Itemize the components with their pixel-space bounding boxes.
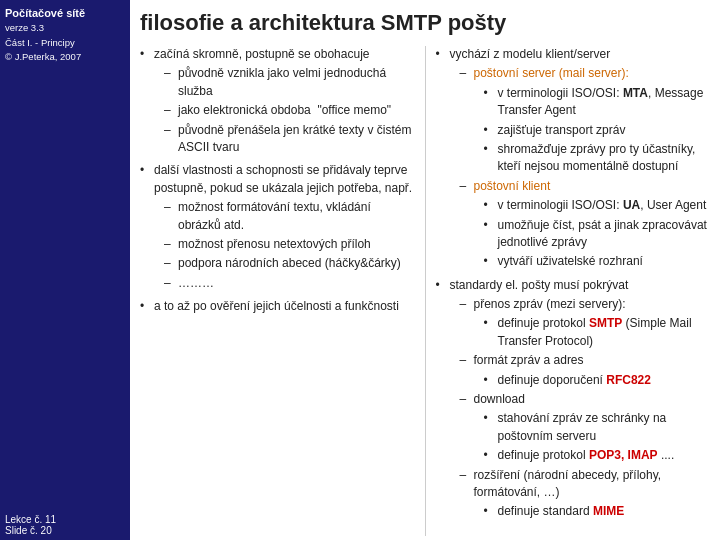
list-item: umožňuje číst, psát a jinak zpracovávat … (484, 217, 711, 252)
list-item: stahování zpráv ze schránky na poštovním… (484, 410, 711, 445)
right-column: vychází z modelu klient/server poštovní … (426, 46, 721, 536)
sub-sub-list: definuje standard MIME (484, 503, 711, 520)
sidebar-line3: © J.Peterka, 2007 (5, 50, 125, 64)
sub-sub-list: stahování zpráv ze schránky na poštovním… (484, 410, 711, 464)
protocol-rfc: RFC822 (606, 373, 651, 387)
list-item: v terminologii ISO/OSI: UA, User Agent (484, 197, 711, 214)
sidebar-line1: verze 3.3 (5, 21, 125, 35)
list-item: vytváří uživatelské rozhraní (484, 253, 711, 270)
header: filosofie a architektura SMTP pošty (130, 0, 720, 42)
item-text: vychází z modelu klient/server (450, 47, 611, 61)
sub-sub-list: v terminologii ISO/OSI: UA, User Agent u… (484, 197, 711, 271)
list-item: možnost formátování textu, vkládání obrá… (164, 199, 415, 234)
list-item: rozšíření (národní abecedy, přílohy, for… (460, 467, 711, 521)
sidebar-line2: Část I. - Principy (5, 36, 125, 50)
list-item: definuje protokol POP3, IMAP .... (484, 447, 711, 464)
item-label: poštovní klient (474, 179, 551, 193)
content-area: začíná skromně, postupně se obohacuje pů… (130, 42, 720, 540)
footer-line2: Slide č. 20 (5, 525, 125, 536)
list-item: možnost přenosu netextových příloh (164, 236, 415, 253)
list-item: download stahování zpráv ze schránky na … (460, 391, 711, 465)
list-item: přenos zpráv (mezi servery): definuje pr… (460, 296, 711, 350)
main-content: filosofie a architektura SMTP pošty začí… (130, 0, 720, 540)
protocol-mime: MIME (593, 504, 624, 518)
footer: Lekce č. 11 Slide č. 20 (0, 510, 130, 540)
list-item: formát zpráv a adres definuje doporučení… (460, 352, 711, 389)
item-text: standardy el. pošty musí pokrývat (450, 278, 629, 292)
sub-list: poštovní server (mail server): v termino… (460, 65, 711, 270)
item-label: rozšíření (národní abecedy, přílohy, for… (474, 468, 662, 499)
list-item: původně přenášela jen krátké texty v čis… (164, 122, 415, 157)
list-item: další vlastnosti a schopnosti se přidáva… (140, 162, 415, 292)
list-item: zajišťuje transport zpráv (484, 122, 711, 139)
protocol-smtp: SMTP (589, 316, 622, 330)
sidebar: Počítačové sítě verze 3.3 Část I. - Prin… (0, 0, 130, 540)
list-item: podpora národních abeced (háčky&čárky) (164, 255, 415, 272)
sub-list: původně vznikla jako velmi jednoduchá sl… (164, 65, 415, 156)
list-item: definuje protokol SMTP (Simple Mail Tran… (484, 315, 711, 350)
protocol-pop3: POP3, IMAP (589, 448, 658, 462)
sub-list: možnost formátování textu, vkládání obrá… (164, 199, 415, 292)
item-label: přenos zpráv (mezi servery): (474, 297, 626, 311)
list-item: vychází z modelu klient/server poštovní … (436, 46, 711, 271)
list-item: poštovní klient v terminologii ISO/OSI: … (460, 178, 711, 271)
item-text: začíná skromně, postupně se obohacuje (154, 47, 369, 61)
item-text: další vlastnosti a schopnosti se přidáva… (154, 163, 412, 194)
list-item: a to až po ověření jejich účelnosti a fu… (140, 298, 415, 315)
sub-sub-list: definuje protokol SMTP (Simple Mail Tran… (484, 315, 711, 350)
item-text: a to až po ověření jejich účelnosti a fu… (154, 299, 399, 313)
sub-list: přenos zpráv (mezi servery): definuje pr… (460, 296, 711, 521)
list-item: začíná skromně, postupně se obohacuje pů… (140, 46, 415, 156)
page-title: filosofie a architektura SMTP pošty (140, 10, 710, 36)
right-list: vychází z modelu klient/server poštovní … (436, 46, 711, 521)
footer-line1: Lekce č. 11 (5, 514, 125, 525)
item-label: download (474, 392, 525, 406)
sub-sub-list: definuje doporučení RFC822 (484, 372, 711, 389)
left-list: začíná skromně, postupně se obohacuje pů… (140, 46, 415, 315)
item-label: formát zpráv a adres (474, 353, 584, 367)
list-item: definuje standard MIME (484, 503, 711, 520)
item-label: poštovní server (mail server): (474, 66, 629, 80)
list-item: ……… (164, 275, 415, 292)
list-item: definuje doporučení RFC822 (484, 372, 711, 389)
sub-sub-list: v terminologii ISO/OSI: MTA, Message Tra… (484, 85, 711, 176)
list-item: poštovní server (mail server): v termino… (460, 65, 711, 175)
list-item: jako elektronická obdoba "office memo" (164, 102, 415, 119)
list-item: v terminologii ISO/OSI: MTA, Message Tra… (484, 85, 711, 120)
sidebar-title: Počítačové sítě (5, 6, 125, 21)
list-item: původně vznikla jako velmi jednoduchá sl… (164, 65, 415, 100)
list-item: shromažďuje zprávy pro ty účastníky, kte… (484, 141, 711, 176)
left-column: začíná skromně, postupně se obohacuje pů… (130, 46, 426, 536)
list-item: standardy el. pošty musí pokrývat přenos… (436, 277, 711, 521)
